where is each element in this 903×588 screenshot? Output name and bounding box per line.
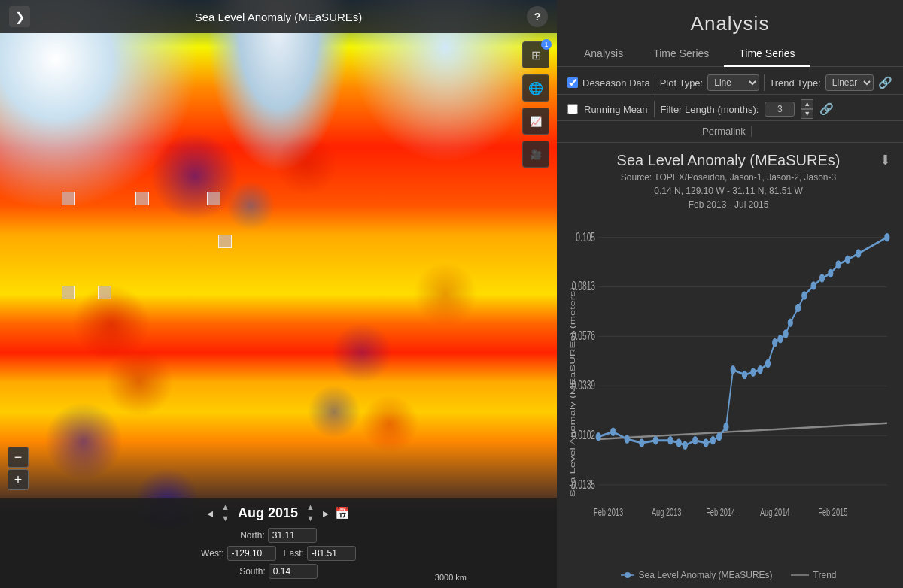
svg-point-21 [640,439,644,447]
zoom-in-button[interactable]: + [8,469,29,490]
chart-subtitle: Source: TOPEX/Poseidon, Jason-1, Jason-2… [566,171,891,211]
permalink-sep: | [750,124,753,138]
svg-point-39 [788,319,792,326]
legend-trend: Trend [791,570,837,580]
svg-point-25 [683,441,687,449]
svg-point-43 [819,274,824,282]
svg-text:Feb 2013: Feb 2013 [594,506,623,519]
map-title: Sea Level Anomaly (MEaSUREs) [30,11,527,23]
svg-point-37 [778,335,783,343]
svg-point-20 [625,435,629,443]
tab-time-series-1[interactable]: Time Series [638,41,724,67]
svg-point-18 [596,433,600,441]
coord-row-bottom: South: [239,564,318,579]
date-up-button[interactable]: ▲ [219,502,232,512]
link-icon-2[interactable]: 🔗 [819,102,834,116]
svg-point-31 [731,366,735,374]
svg-point-23 [668,437,673,444]
date-up2-button[interactable]: ▲ [304,502,317,512]
svg-point-29 [717,433,722,441]
svg-point-40 [795,305,800,312]
chart-source-line2: 0.14 N, 129.10 W - 31.11 N, 81.51 W [566,184,891,198]
trend-icon: 📈 [530,116,542,127]
coord-row-middle: West: East: [201,546,356,561]
zoom-out-button[interactable]: − [8,447,29,468]
tab-time-series-2[interactable]: Time Series [724,41,810,67]
camera-icon: 🎥 [530,149,542,160]
trend-button[interactable]: 📈 [522,108,549,135]
date-down2-button[interactable]: ▼ [304,514,317,523]
date-down-button[interactable]: ▼ [219,514,232,523]
svg-point-35 [765,360,770,368]
globe-button[interactable]: 🌐 [522,74,549,102]
filter-length-label: Filter Length (months): [661,104,759,115]
map-panel: ❯ Sea Level Anomaly (MEaSUREs) ? ⊞ 1 🌐 📈… [0,0,557,588]
chevron-button[interactable]: ❯ [9,6,30,27]
east-coord-group: East: [284,546,356,561]
date-right-arrows: ▲ ▼ [304,502,317,523]
zoom-controls: − + [8,447,29,490]
north-input[interactable] [268,528,317,543]
svg-point-33 [751,368,756,376]
map-tools-right: ⊞ 1 🌐 📈 🎥 [522,41,549,168]
svg-text:Feb 2014: Feb 2014 [706,506,735,519]
layers-button[interactable]: ⊞ 1 [522,41,549,68]
svg-point-34 [758,366,762,374]
tab-analysis[interactable]: Analysis [569,41,638,67]
filter-up-button[interactable]: ▲ [801,99,813,109]
coord-row-top: North: [240,528,317,543]
selection-box-5 [98,286,111,299]
svg-point-45 [836,261,841,268]
north-coord-group: North: [240,528,317,543]
deseason-checkbox[interactable] [567,77,578,88]
north-label: North: [240,530,265,541]
analysis-header: Analysis [557,0,903,41]
help-button[interactable]: ? [527,6,548,27]
legend-dot [621,571,634,580]
svg-point-44 [829,270,833,277]
permalink-link[interactable]: Permalink [702,126,746,137]
trend-type-select[interactable]: Linear None [825,74,874,91]
chart-legend: Sea Level Anomaly (MEaSUREs) Trend [566,565,891,580]
permalink-row: Permalink | [557,121,903,143]
svg-point-47 [856,250,861,257]
filter-down-button[interactable]: ▼ [801,109,813,119]
plot-type-select[interactable]: Line Scatter Bar [707,74,759,91]
download-button[interactable]: ⬇ [880,152,891,168]
legend-series-label: Sea Level Anomaly (MEaSUREs) [639,570,773,580]
west-input[interactable] [227,546,276,561]
svg-point-19 [611,428,616,435]
selection-box-6 [62,286,75,299]
selection-box-4 [218,235,232,248]
svg-point-26 [693,437,698,444]
plot-type-group: Plot Type: Line Scatter Bar [660,74,760,91]
separator-1 [655,74,655,91]
svg-point-30 [724,423,728,431]
svg-point-28 [710,437,715,444]
legend-series: Sea Level Anomaly (MEaSUREs) [621,570,773,580]
svg-point-46 [845,256,850,263]
analysis-tabs: Analysis Time Series Time Series [557,41,903,67]
link-icon[interactable]: 🔗 [878,76,892,89]
date-next-fast-button[interactable]: ▸ [323,506,329,520]
chart-area: Sea Level Anomaly (MEaSUREs) ⬇ Source: T… [557,143,903,588]
chart-title-row: Sea Level Anomaly (MEaSUREs) ⬇ [566,152,891,171]
date-prev-fast-button[interactable]: ◂ [207,506,213,520]
south-input[interactable] [269,564,318,579]
svg-point-24 [676,439,681,447]
svg-text:Feb 2015: Feb 2015 [818,506,847,519]
svg-text:0.105: 0.105 [576,230,595,244]
analysis-title: Analysis [572,12,888,35]
camera-button[interactable]: 🎥 [522,141,549,168]
calendar-button[interactable]: 📅 [335,506,350,520]
svg-point-27 [704,439,708,447]
filter-length-input[interactable] [765,102,795,117]
svg-text:Aug 2013: Aug 2013 [652,506,682,519]
filter-length-stepper: ▲ ▼ [801,99,813,119]
date-up-arrows: ▲ ▼ [219,502,232,523]
chart-title: Sea Level Anomaly (MEaSUREs) [566,152,891,169]
chart-source-line1: Source: TOPEX/Poseidon, Jason-1, Jason-2… [566,171,891,184]
trend-type-label: Trend Type: [769,77,821,89]
east-input[interactable] [307,546,356,561]
running-mean-checkbox[interactable] [567,104,578,114]
